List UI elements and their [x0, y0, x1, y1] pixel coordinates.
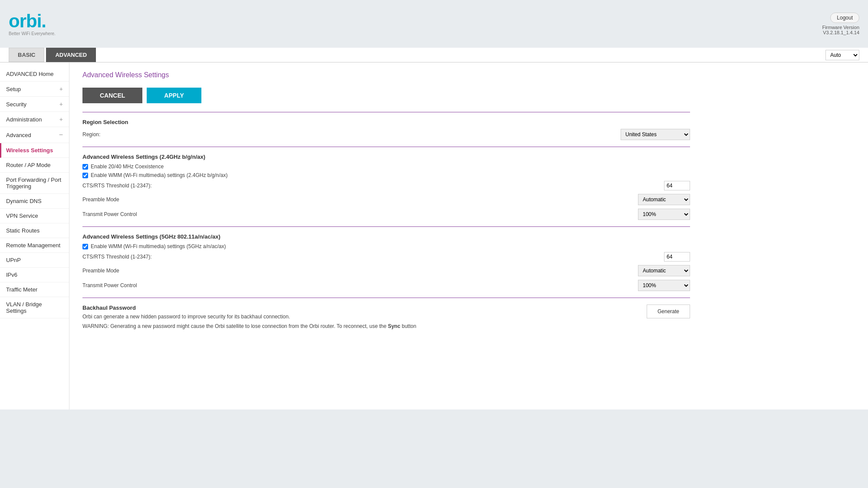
nav-tabs: BASIC ADVANCED Auto English 中文 Español [0, 48, 868, 62]
backhaul-text: Backhaul Password Orbi can generate a ne… [82, 305, 647, 333]
backhaul-warning-end: button [402, 323, 416, 329]
sidebar-item-vpn-service[interactable]: VPN Service [0, 209, 69, 223]
wmm-5ghz-checkbox[interactable] [82, 244, 88, 249]
preamble-24ghz-label: Preamble Mode [82, 197, 178, 203]
divider-backhaul-top [82, 298, 690, 298]
sidebar-administration-plus-icon: + [59, 116, 63, 123]
coexistence-checkbox[interactable] [82, 164, 88, 170]
divider-top [82, 112, 690, 112]
cts-rts-5ghz-label: CTS/RTS Threshold (1-2347): [82, 254, 178, 260]
logout-button[interactable]: Logout [830, 13, 859, 23]
sidebar: ADVANCED Home Setup + Security + Adminis… [0, 62, 69, 409]
generate-button[interactable]: Generate [647, 305, 690, 318]
cts-rts-5ghz-input[interactable] [664, 252, 690, 262]
divider-24ghz-top [82, 147, 690, 147]
preamble-5ghz-value: Automatic Long Short [178, 265, 690, 276]
backhaul-row: Backhaul Password Orbi can generate a ne… [82, 305, 690, 333]
sidebar-item-dynamic-dns[interactable]: Dynamic DNS [0, 194, 69, 209]
logo: orbi. [9, 12, 56, 30]
wireless-5ghz-section: Advanced Wireless Settings (5GHz 802.11a… [82, 233, 690, 291]
cts-rts-24ghz-label: CTS/RTS Threshold (1-2347): [82, 183, 178, 189]
cts-rts-24ghz-input[interactable] [664, 181, 690, 190]
region-select[interactable]: United States Europe Asia Japan [621, 129, 690, 140]
firmware-label: Firmware Version [822, 25, 859, 30]
tab-advanced[interactable]: ADVANCED [46, 48, 96, 62]
preamble-5ghz-select[interactable]: Automatic Long Short [638, 265, 690, 276]
wmm-5ghz-row: Enable WMM (Wi-Fi multimedia) settings (… [82, 243, 690, 249]
firmware-info: Firmware Version V3.2.18.1_1.4.14 [822, 25, 859, 35]
top-bar: orbi. Better WiFi Everywhere. Logout Fir… [0, 0, 868, 48]
divider-5ghz-top [82, 226, 690, 227]
wireless-5ghz-title: Advanced Wireless Settings (5GHz 802.11a… [82, 233, 690, 240]
backhaul-warning-text: WARNING: Generating a new password might… [82, 323, 386, 329]
cts-rts-5ghz-row: CTS/RTS Threshold (1-2347): [82, 252, 690, 262]
sidebar-item-wireless-settings[interactable]: Wireless Settings [0, 143, 69, 158]
sidebar-item-ipv6[interactable]: IPv6 [0, 268, 69, 282]
main-layout: ADVANCED Home Setup + Security + Adminis… [0, 62, 868, 409]
transmit-5ghz-value: 100% 75% 50% 25% [178, 280, 690, 291]
wmm-24ghz-row: Enable WMM (Wi-Fi multimedia) settings (… [82, 172, 690, 178]
sidebar-item-administration[interactable]: Administration + [0, 112, 69, 127]
action-bar: CANCEL APPLY [82, 88, 690, 103]
sidebar-item-static-routes[interactable]: Static Routes [0, 223, 69, 238]
sidebar-administration-label: Administration [6, 116, 42, 123]
wireless-24ghz-title: Advanced Wireless Settings (2.4GHz b/g/n… [82, 154, 690, 160]
backhaul-warning: WARNING: Generating a new password might… [82, 323, 647, 329]
sidebar-item-remote-management[interactable]: Remote Management [0, 238, 69, 253]
logo-area: orbi. Better WiFi Everywhere. [9, 12, 56, 36]
sidebar-advanced-minus-icon: − [59, 131, 63, 139]
coexistence-label: Enable 20/40 MHz Coexistence [91, 164, 164, 170]
language-select[interactable]: Auto English 中文 Español [825, 50, 859, 60]
apply-button[interactable]: APPLY [147, 88, 201, 103]
sidebar-item-advanced[interactable]: Advanced − [0, 127, 69, 143]
preamble-24ghz-select[interactable]: Automatic Long Short [638, 194, 690, 205]
sidebar-setup-label: Setup [6, 86, 21, 92]
backhaul-desc: Orbi can generate a new hidden password … [82, 314, 647, 320]
tab-basic[interactable]: BASIC [9, 48, 44, 62]
transmit-5ghz-label: Transmit Power Control [82, 282, 178, 288]
sidebar-item-advanced-home[interactable]: ADVANCED Home [0, 67, 69, 82]
page-title: Advanced Wireless Settings [82, 71, 690, 79]
sidebar-security-plus-icon: + [59, 101, 63, 108]
cts-rts-5ghz-value [178, 252, 690, 262]
sidebar-setup-plus-icon: + [59, 85, 63, 92]
cancel-button[interactable]: CANCEL [82, 88, 142, 103]
sync-text: Sync [388, 323, 401, 329]
sidebar-item-security[interactable]: Security + [0, 97, 69, 112]
cts-rts-24ghz-row: CTS/RTS Threshold (1-2347): [82, 181, 690, 190]
sidebar-item-upnp[interactable]: UPnP [0, 253, 69, 268]
wmm-24ghz-label: Enable WMM (Wi-Fi multimedia) settings (… [91, 172, 227, 178]
coexistence-row: Enable 20/40 MHz Coexistence [82, 164, 690, 170]
transmit-24ghz-label: Transmit Power Control [82, 211, 178, 217]
transmit-5ghz-row: Transmit Power Control 100% 75% 50% 25% [82, 280, 690, 291]
region-label: Region: [82, 131, 621, 138]
sidebar-item-router-ap-mode[interactable]: Router / AP Mode [0, 158, 69, 173]
region-row: Region: United States Europe Asia Japan [82, 129, 690, 140]
preamble-24ghz-row: Preamble Mode Automatic Long Short [82, 194, 690, 205]
content-area: Advanced Wireless Settings CANCEL APPLY … [69, 62, 868, 409]
preamble-5ghz-row: Preamble Mode Automatic Long Short [82, 265, 690, 276]
top-right: Logout Firmware Version V3.2.18.1_1.4.14 [822, 13, 859, 35]
firmware-version: V3.2.18.1_1.4.14 [823, 30, 859, 35]
backhaul-section: Backhaul Password Orbi can generate a ne… [82, 305, 690, 333]
wireless-24ghz-section: Advanced Wireless Settings (2.4GHz b/g/n… [82, 154, 690, 220]
sidebar-item-port-forwarding[interactable]: Port Forwarding / Port Triggering [0, 173, 69, 194]
region-section-title: Region Selection [82, 119, 690, 125]
region-section: Region Selection Region: United States E… [82, 119, 690, 140]
cts-rts-24ghz-value [178, 181, 690, 190]
preamble-24ghz-value: Automatic Long Short [178, 194, 690, 205]
sidebar-security-label: Security [6, 101, 26, 108]
sidebar-advanced-label: Advanced [6, 132, 31, 138]
preamble-5ghz-label: Preamble Mode [82, 268, 178, 274]
transmit-24ghz-value: 100% 75% 50% 25% [178, 209, 690, 220]
sidebar-item-setup[interactable]: Setup + [0, 82, 69, 97]
transmit-24ghz-select[interactable]: 100% 75% 50% 25% [638, 209, 690, 220]
logo-tagline: Better WiFi Everywhere. [9, 31, 56, 36]
sidebar-item-traffic-meter[interactable]: Traffic Meter [0, 282, 69, 297]
sidebar-item-vlan-bridge[interactable]: VLAN / Bridge Settings [0, 297, 69, 318]
wmm-24ghz-checkbox[interactable] [82, 173, 88, 178]
transmit-24ghz-row: Transmit Power Control 100% 75% 50% 25% [82, 209, 690, 220]
wmm-5ghz-label: Enable WMM (Wi-Fi multimedia) settings (… [91, 243, 226, 249]
transmit-5ghz-select[interactable]: 100% 75% 50% 25% [638, 280, 690, 291]
backhaul-title: Backhaul Password [82, 305, 647, 311]
